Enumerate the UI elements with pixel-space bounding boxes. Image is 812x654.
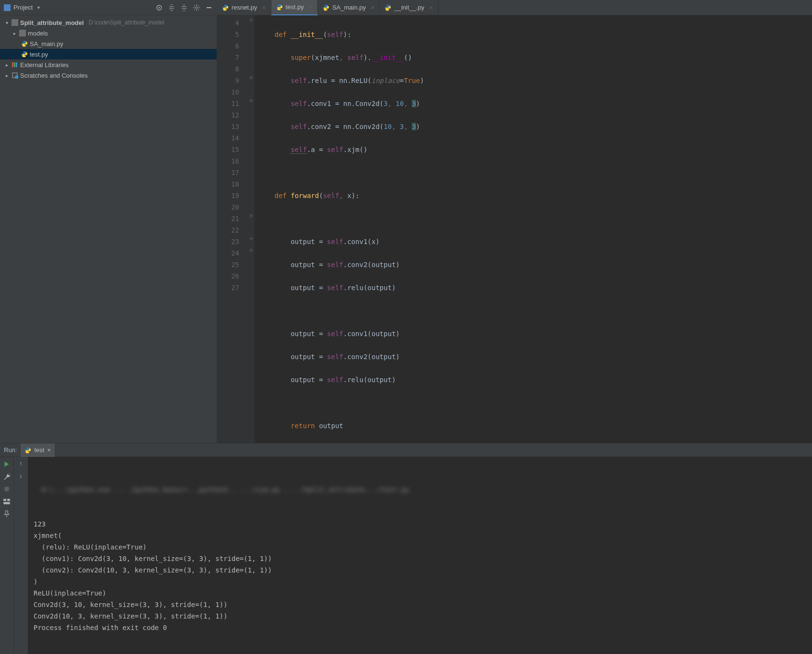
- svg-rect-10: [3, 499, 6, 501]
- run-header: Run: test ×: [0, 444, 812, 457]
- svg-rect-6: [16, 62, 17, 67]
- hide-icon[interactable]: [205, 3, 213, 12]
- locate-icon[interactable]: [155, 3, 163, 12]
- python-icon: [384, 4, 391, 11]
- tab-label: test.py: [286, 3, 304, 11]
- tab-test[interactable]: test.py ×: [271, 0, 318, 15]
- tab-resnet[interactable]: resnet.py ×: [217, 0, 271, 15]
- chevron-right-icon[interactable]: ▸: [4, 73, 10, 78]
- python-icon: [323, 4, 329, 11]
- tree-models[interactable]: ▸ models: [0, 28, 217, 38]
- tab-label: resnet.py: [232, 4, 257, 11]
- down-arrow-icon[interactable]: ↓: [19, 472, 23, 479]
- code-content[interactable]: def __init__(self): super(xjmnet, self).…: [255, 15, 812, 443]
- tree-test[interactable]: test.py: [0, 49, 217, 59]
- svg-point-8: [15, 75, 18, 79]
- tree-root[interactable]: ▾ Split_attribute_model D:\code\Split_at…: [0, 17, 217, 28]
- close-icon[interactable]: ×: [262, 4, 266, 12]
- gear-icon[interactable]: [192, 3, 201, 12]
- tab-sa-main[interactable]: SA_main.py ×: [318, 0, 380, 15]
- tree-external-libraries[interactable]: ▸ External Libraries: [0, 59, 217, 70]
- tree-root-path: D:\code\Split_attribute_model: [89, 19, 164, 26]
- top-bar: Project ▾ resnet.py × test.py × SA_main.…: [0, 0, 812, 15]
- project-toolbar: [155, 3, 213, 12]
- tree-scratches[interactable]: ▸ Scratches and Consoles: [0, 70, 217, 81]
- tree-label: Scratches and Consoles: [20, 72, 88, 79]
- tab-label: __init__.py: [394, 4, 424, 11]
- scratches-icon: [12, 72, 18, 79]
- close-icon[interactable]: ×: [429, 4, 433, 12]
- libraries-icon: [12, 61, 18, 68]
- up-arrow-icon[interactable]: ↑: [19, 460, 23, 467]
- svg-point-2: [196, 7, 197, 9]
- run-toolbar-left: [0, 457, 13, 654]
- project-panel-header: Project ▾: [0, 0, 217, 15]
- pin-icon[interactable]: [2, 510, 11, 518]
- code-editor[interactable]: 4567891011121314151617181920212223242526…: [217, 15, 812, 443]
- chevron-down-icon[interactable]: ▾: [37, 5, 40, 10]
- tree-label: test.py: [30, 51, 48, 58]
- python-icon: [21, 40, 28, 47]
- svg-rect-3: [207, 7, 211, 8]
- python-icon: [222, 4, 229, 11]
- python-icon: [276, 4, 283, 11]
- expand-all-icon[interactable]: [167, 3, 176, 12]
- folder-icon: [12, 19, 18, 26]
- project-tree[interactable]: ▾ Split_attribute_model D:\code\Split_at…: [0, 15, 217, 443]
- svg-point-1: [159, 7, 160, 8]
- project-label: Project: [13, 4, 33, 11]
- chevron-right-icon[interactable]: ▸: [12, 31, 17, 36]
- line-gutter: 4567891011121314151617181920212223242526…: [217, 15, 248, 443]
- fold-column: ⊖⊟⊖⊟⊖⊟: [248, 15, 255, 443]
- python-icon: [24, 447, 31, 454]
- run-panel: Run: test × ↑ ↓ D:\...\python.exe ... /p…: [0, 443, 812, 654]
- tab-label: SA_main.py: [332, 4, 366, 11]
- tree-root-name: Split_attribute_model: [20, 19, 84, 26]
- run-label: Run:: [4, 446, 17, 454]
- python-icon: [21, 51, 28, 58]
- svg-rect-9: [5, 487, 9, 491]
- tree-label: models: [28, 30, 48, 37]
- close-icon[interactable]: ×: [309, 3, 313, 11]
- project-icon: [4, 4, 11, 11]
- run-toolbar-second: ↑ ↓: [13, 457, 28, 654]
- run-tab[interactable]: test ×: [21, 444, 55, 457]
- folder-icon: [19, 30, 26, 36]
- tree-label: External Libraries: [20, 61, 69, 69]
- rerun-icon[interactable]: [2, 460, 11, 468]
- close-icon[interactable]: ×: [371, 4, 374, 12]
- svg-rect-12: [3, 502, 10, 504]
- svg-rect-11: [7, 499, 10, 501]
- svg-rect-4: [12, 62, 13, 67]
- stop-icon[interactable]: [2, 485, 11, 493]
- run-body: ↑ ↓ D:\...\python.exe ... /python_base/=…: [0, 457, 812, 654]
- tree-label: SA_main.py: [30, 40, 63, 47]
- chevron-down-icon[interactable]: ▾: [4, 20, 10, 25]
- chevron-right-icon[interactable]: ▸: [4, 62, 10, 68]
- tree-sa-main[interactable]: SA_main.py: [0, 38, 217, 49]
- run-tab-label: test: [34, 446, 44, 454]
- wrench-icon[interactable]: [2, 472, 11, 481]
- console-output[interactable]: D:\...\python.exe ... /python_base/=...p…: [28, 457, 812, 654]
- collapse-all-icon[interactable]: [180, 3, 188, 12]
- editor-tabs: resnet.py × test.py × SA_main.py × __ini…: [217, 0, 812, 15]
- close-icon[interactable]: ×: [47, 446, 51, 454]
- console-command-line: D:\...\python.exe ... /python_base/=...p…: [34, 484, 806, 495]
- tab-init[interactable]: __init__.py ×: [380, 0, 438, 15]
- layout-icon[interactable]: [2, 497, 11, 506]
- svg-rect-5: [14, 62, 15, 67]
- main-split: ▾ Split_attribute_model D:\code\Split_at…: [0, 15, 812, 443]
